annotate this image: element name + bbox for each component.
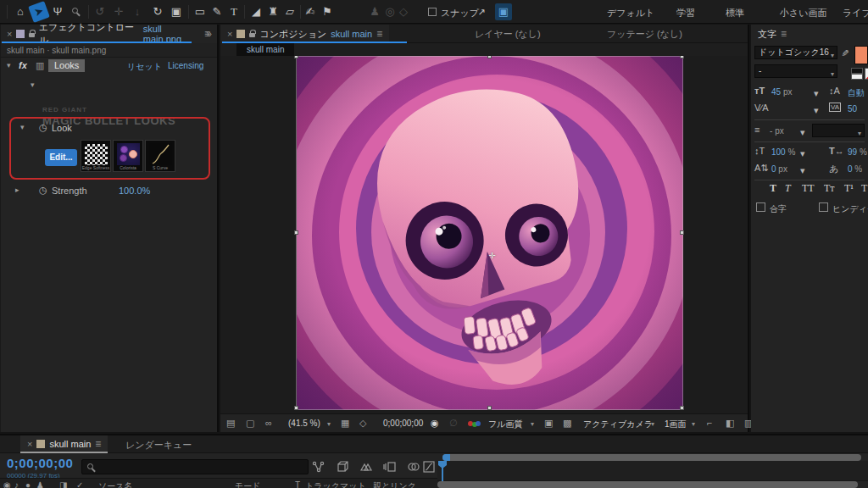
trkmat-column[interactable]: トラックマット <box>305 480 366 488</box>
label-icon[interactable]: ◨ <box>59 480 67 488</box>
faux-italic-button[interactable]: T <box>785 182 791 195</box>
chevron-down-icon[interactable]: ▾ <box>814 88 819 99</box>
layer-handle[interactable] <box>487 406 492 410</box>
panel-menu-icon[interactable]: ≡ <box>376 28 382 40</box>
stroke-width-value[interactable]: - px <box>770 126 784 136</box>
tsume-value[interactable]: 0 % <box>848 164 862 174</box>
home-icon[interactable]: ⌂ <box>12 3 29 20</box>
mode-column[interactable]: モード <box>235 480 260 488</box>
parent-link-column[interactable]: 親とリンク <box>373 480 416 488</box>
chevron-down-icon[interactable]: ▾ <box>800 148 805 159</box>
licensing-link[interactable]: Licensing <box>168 61 203 70</box>
shape-tool-icon[interactable]: ▭ <box>192 3 209 20</box>
chevron-down-icon[interactable]: ▾ <box>31 80 35 89</box>
chevron-down-icon[interactable]: ▾ <box>20 123 25 131</box>
workspace-libraries[interactable]: ライブラリ <box>843 7 868 19</box>
eye-icon[interactable]: ◉ <box>3 480 11 488</box>
more-panels-icon[interactable]: » <box>206 28 212 40</box>
lock-column-icon[interactable]: ♟ <box>36 480 44 488</box>
fx-badge-icon[interactable]: fx <box>19 60 27 70</box>
view-layout-dropdown[interactable]: 1画面 <box>665 419 687 430</box>
chevron-down-icon[interactable]: ▾ <box>7 61 11 69</box>
frame-blending-icon[interactable] <box>359 460 373 474</box>
tracking-value[interactable]: 50 <box>848 104 857 114</box>
layer-handle[interactable] <box>680 230 684 235</box>
preview-timecode[interactable]: 0;00;00;00 <box>383 419 423 428</box>
font-family-dropdown[interactable]: ドットゴシック16 ▾ <box>754 46 837 59</box>
all-caps-button[interactable]: TT <box>802 182 815 195</box>
selection-tool-icon[interactable]: ➤ <box>28 1 50 23</box>
no-color-swatch[interactable] <box>865 68 868 80</box>
brush-tool-icon[interactable]: ◢ <box>248 3 264 20</box>
fullgrid-icon[interactable]: ▩ <box>563 418 571 429</box>
reset-link[interactable]: リセット <box>127 61 162 73</box>
navigator-start-handle[interactable] <box>442 454 450 461</box>
horizontal-scrollbar[interactable] <box>437 481 858 488</box>
effect-name[interactable]: Looks <box>48 59 85 72</box>
audio-icon[interactable]: ♪ <box>14 480 19 488</box>
font-size-value[interactable]: 45 px <box>771 87 792 97</box>
look-thumbnail-colorista[interactable]: Colorista <box>113 140 143 172</box>
chevron-right-icon[interactable]: ▸ <box>15 186 19 194</box>
chevron-down-icon[interactable]: ▾ <box>651 420 654 428</box>
workspace-learn[interactable]: 学習 <box>676 7 695 19</box>
eyedropper-icon[interactable]: ✎ <box>839 49 850 57</box>
draft-3d-icon[interactable] <box>336 460 349 474</box>
orbit-tool-icon[interactable]: ↺ <box>92 3 108 20</box>
fill-stroke-swatches[interactable] <box>851 68 863 80</box>
viewer-tab[interactable]: skull main <box>236 43 294 56</box>
composition-tab[interactable]: × コンポジション skull main ≡ <box>220 25 389 43</box>
layer-handle[interactable] <box>294 230 298 235</box>
panel-menu-icon[interactable]: ≡ <box>95 438 101 450</box>
source-name-column[interactable]: ソース名 <box>98 480 132 488</box>
time-ruler[interactable] <box>437 461 868 481</box>
current-timecode[interactable]: 0;00;00;00 <box>7 456 73 470</box>
chevron-down-icon[interactable]: ▾ <box>814 105 819 116</box>
motion-target-icon[interactable]: ▣ <box>495 3 512 20</box>
stopwatch-icon[interactable]: ◷ <box>39 122 47 133</box>
effect-controls-tab[interactable]: × エフェクトコントロール skull main.png ≡ <box>0 25 217 43</box>
type-tool-icon[interactable]: T <box>225 3 242 20</box>
horizontal-scale-value[interactable]: 99 % <box>848 147 867 157</box>
timeline-tab[interactable]: × skull main ≡ <box>20 435 108 453</box>
subscript-button[interactable]: T₁ <box>861 182 868 195</box>
dolly-tool-icon[interactable]: ↓ <box>129 3 146 20</box>
ruler-icon[interactable]: ⌐ <box>707 418 712 428</box>
ligatures-checkbox[interactable] <box>756 202 765 212</box>
adjustment-circles-icon[interactable] <box>407 460 420 474</box>
anchor-point-icon[interactable]: ✛ <box>487 251 497 260</box>
footage-tab[interactable]: フッテージ (なし) <box>607 28 682 41</box>
multiview-icon[interactable]: ▤ <box>226 418 235 429</box>
view-dropdown[interactable]: アクティブカメラ <box>583 419 653 430</box>
close-icon[interactable]: × <box>227 29 232 39</box>
small-caps-button[interactable]: Tт <box>824 182 835 195</box>
timeline-search-input[interactable] <box>81 459 309 474</box>
monitor-icon[interactable]: ▢ <box>246 418 254 429</box>
view-options-icon[interactable]: ◧ <box>726 418 734 429</box>
stroke-style-dropdown[interactable]: ▾ <box>812 124 865 137</box>
close-icon[interactable]: × <box>7 29 12 39</box>
render-queue-tab[interactable]: レンダーキュー <box>125 439 192 452</box>
chevron-down-icon[interactable]: ▾ <box>800 165 805 176</box>
solo-icon[interactable]: ● <box>25 480 31 488</box>
glasses-icon[interactable]: ∞ <box>265 418 272 428</box>
leading-value[interactable]: 自動 <box>848 87 865 99</box>
camera-tool-icon[interactable]: ▣ <box>168 3 185 20</box>
zoom-tool-icon[interactable] <box>68 3 85 20</box>
layer-tab[interactable]: レイヤー (なし) <box>475 28 541 41</box>
resolution-dropdown[interactable]: フル画質 <box>488 419 522 430</box>
stamp-tool-icon[interactable]: ♜ <box>264 3 281 20</box>
motion-blur-icon[interactable] <box>383 460 397 474</box>
superscript-button[interactable]: T¹ <box>844 182 854 195</box>
pen-tool-icon[interactable]: ✎ <box>209 3 225 20</box>
composition-viewer[interactable]: ✛ <box>220 56 748 413</box>
layer-handle[interactable] <box>680 406 684 410</box>
fill-color-swatch[interactable] <box>854 46 868 64</box>
edit-look-button[interactable]: Edit... <box>45 149 77 166</box>
fast-preview-icon[interactable]: ▣ <box>544 418 553 429</box>
look-thumbnail-s-curve[interactable]: S Curve <box>145 140 175 172</box>
channels-icon[interactable] <box>468 421 481 428</box>
time-navigator[interactable] <box>442 454 861 461</box>
vertical-scale-value[interactable]: 100 % <box>771 147 795 157</box>
layer-handle[interactable] <box>487 56 492 58</box>
